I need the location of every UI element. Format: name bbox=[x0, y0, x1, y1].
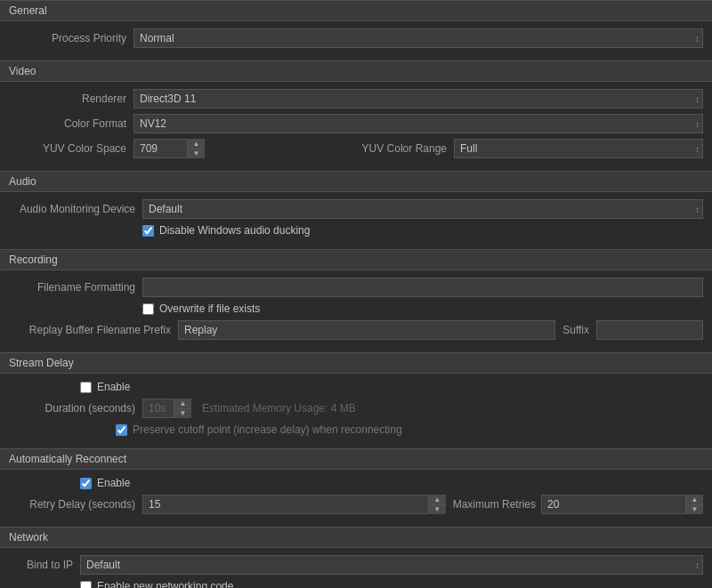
retry-delay-spinbox-buttons: ▲ ▼ bbox=[428, 495, 446, 514]
yuv-space-spinbox: ▲ ▼ bbox=[134, 139, 205, 158]
overwrite-checkbox[interactable] bbox=[142, 303, 154, 315]
renderer-label: Renderer bbox=[9, 93, 134, 105]
yuv-range-group: YUV Color Range Full Partial ↕ bbox=[356, 139, 703, 158]
filename-formatting-label: Filename Formatting bbox=[9, 281, 142, 294]
auto-reconnect-enable-label: Enable bbox=[97, 477, 130, 489]
yuv-range-select[interactable]: Full Partial bbox=[454, 139, 703, 158]
disable-ducking-row: Disable Windows audio ducking bbox=[142, 224, 703, 237]
general-header: General bbox=[0, 0, 712, 21]
estimated-memory-text: Estimated Memory Usage: 4 MB bbox=[202, 402, 356, 415]
max-retries-label: Maximum Retries bbox=[453, 498, 536, 511]
yuv-space-up-button[interactable]: ▲ bbox=[188, 139, 205, 149]
process-priority-row: Process Priority Normal Above Normal Hig… bbox=[9, 28, 703, 48]
process-priority-select-wrapper: Normal Above Normal High Realtime Below … bbox=[134, 28, 703, 48]
yuv-space-spinbox-buttons: ▲ ▼ bbox=[187, 139, 205, 158]
max-retries-spinbox: ▲ ▼ bbox=[541, 495, 703, 514]
stream-delay-enable-label: Enable bbox=[97, 381, 130, 393]
max-retries-up-button[interactable]: ▲ bbox=[686, 495, 703, 504]
retry-delay-spinbox: ▲ ▼ bbox=[142, 495, 446, 514]
new-networking-checkbox[interactable] bbox=[80, 581, 92, 589]
max-retries-down-button[interactable]: ▼ bbox=[686, 504, 703, 515]
auto-reconnect-header: Automatically Reconnect bbox=[0, 448, 712, 470]
renderer-select[interactable]: Direct3D 11 OpenGL bbox=[134, 89, 703, 109]
max-retries-spinbox-buttons: ▲ ▼ bbox=[685, 495, 703, 514]
retry-row: Retry Delay (seconds) ▲ ▼ Maximum Retrie… bbox=[9, 495, 703, 514]
video-header: Video bbox=[0, 60, 712, 82]
stream-delay-duration-row: Duration (seconds) ▲ ▼ Estimated Memory … bbox=[9, 399, 703, 418]
yuv-row: YUV Color Space ▲ ▼ YUV Color Range Full… bbox=[9, 139, 703, 158]
duration-down-button[interactable]: ▼ bbox=[174, 408, 191, 419]
audio-monitoring-row: Audio Monitoring Device Default ↕ bbox=[9, 199, 703, 219]
video-body: Renderer Direct3D 11 OpenGL ↕ Color Form… bbox=[0, 82, 712, 171]
yuv-color-range-label: YUV Color Range bbox=[356, 142, 454, 155]
audio-monitoring-label: Audio Monitoring Device bbox=[9, 203, 142, 215]
audio-section: Audio Audio Monitoring Device Default ↕ … bbox=[0, 171, 712, 249]
process-priority-label: Process Priority bbox=[9, 32, 134, 44]
disable-ducking-checkbox[interactable] bbox=[142, 225, 154, 237]
yuv-range-select-wrapper: Full Partial ↕ bbox=[454, 139, 703, 158]
disable-ducking-label: Disable Windows audio ducking bbox=[159, 224, 310, 237]
renderer-row: Renderer Direct3D 11 OpenGL ↕ bbox=[9, 89, 703, 109]
network-section: Network Bind to IP Default ↕ Enable new … bbox=[0, 527, 712, 588]
overwrite-row: Overwrite if file exists bbox=[142, 302, 703, 315]
retry-delay-down-button[interactable]: ▼ bbox=[429, 504, 446, 515]
audio-monitoring-select-wrapper: Default ↕ bbox=[142, 199, 703, 219]
max-retries-group: Maximum Retries ▲ ▼ bbox=[453, 495, 703, 514]
bind-to-ip-label: Bind to IP bbox=[9, 559, 80, 571]
new-networking-label: Enable new networking code bbox=[97, 580, 233, 588]
color-format-select-wrapper: NV12 I420 I444 RGB ↕ bbox=[134, 114, 703, 133]
new-networking-row: Enable new networking code bbox=[80, 580, 703, 588]
yuv-space-down-button[interactable]: ▼ bbox=[188, 149, 205, 159]
duration-up-button[interactable]: ▲ bbox=[174, 399, 191, 408]
suffix-label: Suffix bbox=[562, 324, 589, 336]
color-format-label: Color Format bbox=[9, 117, 134, 130]
preserve-cutoff-checkbox[interactable] bbox=[116, 424, 127, 436]
bind-to-ip-row: Bind to IP Default ↕ bbox=[9, 555, 703, 575]
audio-header: Audio bbox=[0, 171, 712, 192]
bind-to-ip-select-wrapper: Default ↕ bbox=[80, 555, 703, 575]
color-format-select[interactable]: NV12 I420 I444 RGB bbox=[134, 114, 703, 133]
replay-buffer-label: Replay Buffer Filename Prefix bbox=[9, 324, 178, 336]
preserve-cutoff-row: Preserve cutoff point (increase delay) w… bbox=[116, 423, 703, 436]
process-priority-select[interactable]: Normal Above Normal High Realtime Below … bbox=[134, 28, 703, 48]
renderer-select-wrapper: Direct3D 11 OpenGL ↕ bbox=[134, 89, 703, 109]
auto-reconnect-enable-checkbox[interactable] bbox=[80, 478, 92, 489]
stream-delay-section: Stream Delay Enable Duration (seconds) ▲… bbox=[0, 352, 712, 448]
suffix-input[interactable] bbox=[596, 320, 703, 340]
stream-delay-enable-checkbox[interactable] bbox=[80, 382, 92, 393]
auto-reconnect-body: Enable Retry Delay (seconds) ▲ ▼ Maximum… bbox=[0, 470, 712, 527]
stream-delay-header: Stream Delay bbox=[0, 352, 712, 374]
retry-delay-input[interactable] bbox=[142, 495, 446, 514]
preserve-cutoff-label: Preserve cutoff point (increase delay) w… bbox=[133, 423, 402, 436]
duration-spinbox: ▲ ▼ bbox=[142, 399, 191, 418]
replay-prefix-input[interactable] bbox=[178, 320, 555, 340]
bind-to-ip-select[interactable]: Default bbox=[80, 555, 703, 575]
video-section: Video Renderer Direct3D 11 OpenGL ↕ Colo… bbox=[0, 60, 712, 171]
general-section: General Process Priority Normal Above No… bbox=[0, 0, 712, 60]
max-retries-input[interactable] bbox=[541, 495, 703, 514]
general-body: Process Priority Normal Above Normal Hig… bbox=[0, 21, 712, 60]
overwrite-label: Overwrite if file exists bbox=[159, 302, 260, 315]
stream-delay-body: Enable Duration (seconds) ▲ ▼ Estimated … bbox=[0, 374, 712, 448]
retry-delay-up-button[interactable]: ▲ bbox=[429, 495, 446, 504]
stream-delay-enable-row: Enable bbox=[80, 381, 703, 393]
yuv-color-space-label: YUV Color Space bbox=[9, 142, 134, 155]
recording-body: Filename Formatting %CCYY-%MM-%DD %hh-%m… bbox=[0, 270, 712, 352]
duration-label: Duration (seconds) bbox=[9, 402, 142, 415]
retry-delay-label: Retry Delay (seconds) bbox=[9, 498, 142, 511]
network-body: Bind to IP Default ↕ Enable new networki… bbox=[0, 548, 712, 588]
network-header: Network bbox=[0, 527, 712, 548]
auto-reconnect-enable-row: Enable bbox=[80, 477, 703, 489]
duration-spinbox-buttons: ▲ ▼ bbox=[174, 399, 191, 418]
recording-section: Recording Filename Formatting %CCYY-%MM-… bbox=[0, 249, 712, 352]
yuv-space-group: YUV Color Space ▲ ▼ bbox=[9, 139, 356, 158]
auto-reconnect-section: Automatically Reconnect Enable Retry Del… bbox=[0, 448, 712, 527]
color-format-row: Color Format NV12 I420 I444 RGB ↕ bbox=[9, 114, 703, 133]
audio-body: Audio Monitoring Device Default ↕ Disabl… bbox=[0, 192, 712, 249]
filename-formatting-row: Filename Formatting %CCYY-%MM-%DD %hh-%m… bbox=[9, 278, 703, 297]
filename-formatting-input[interactable]: %CCYY-%MM-%DD %hh-%mm-%ss bbox=[142, 278, 703, 297]
replay-buffer-row: Replay Buffer Filename Prefix Suffix bbox=[9, 320, 703, 340]
audio-monitoring-select[interactable]: Default bbox=[142, 199, 703, 219]
recording-header: Recording bbox=[0, 249, 712, 270]
